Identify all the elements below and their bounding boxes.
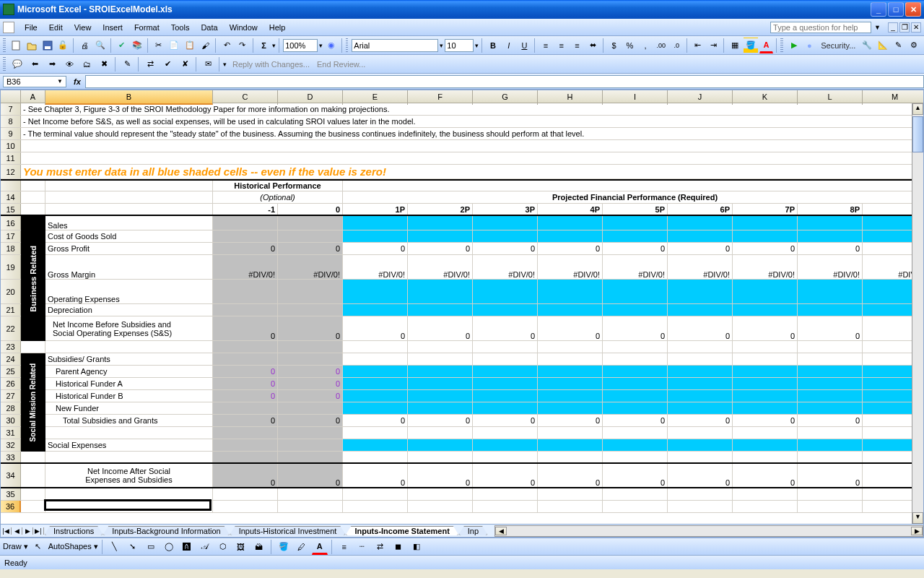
cell[interactable]: [473, 230, 538, 242]
menu-help[interactable]: Help: [263, 23, 292, 32]
cell[interactable]: [213, 230, 278, 242]
cell[interactable]: 0: [473, 464, 538, 487]
row-header-33[interactable]: 33: [1, 452, 21, 462]
arrow-style-button[interactable]: ⇄: [372, 539, 388, 555]
col-header-H[interactable]: H: [538, 90, 603, 105]
cell[interactable]: [473, 280, 538, 303]
sheet-tab-historical[interactable]: Inputs-Historical Investment: [230, 526, 346, 535]
cell[interactable]: [343, 304, 408, 316]
row-header-35[interactable]: 35: [1, 488, 21, 500]
cell[interactable]: #DIV/0!: [603, 255, 668, 279]
cell[interactable]: #DIV/0!: [473, 255, 538, 279]
cell-funder-b-label[interactable]: Historical Funder B: [45, 390, 213, 402]
col-header-G[interactable]: G: [473, 90, 538, 105]
cell[interactable]: #DIV/0!: [733, 255, 798, 279]
cell[interactable]: [473, 304, 538, 316]
cell-period-7P[interactable]: 7P: [733, 204, 798, 215]
row-header-13[interactable]: [1, 181, 21, 191]
close-button[interactable]: ✕: [905, 2, 921, 17]
row-header-23[interactable]: 23: [1, 341, 21, 353]
cell-note-7[interactable]: - See Chapter 3, Figure 3-3 of the SROI …: [21, 103, 923, 115]
cell-period-n1[interactable]: -1: [213, 204, 278, 215]
cell-period-4P[interactable]: 4P: [538, 204, 603, 215]
cell-grossprofit-label[interactable]: Gross Profit: [45, 243, 213, 254]
cell[interactable]: [343, 216, 408, 230]
cell[interactable]: 0: [473, 415, 538, 426]
prev-comment-button[interactable]: ⬅: [27, 56, 43, 72]
stop-button[interactable]: ●: [803, 38, 817, 53]
help-search-input[interactable]: [770, 22, 871, 33]
cell[interactable]: 0: [278, 243, 343, 254]
cell[interactable]: [733, 304, 798, 316]
font-dropdown-icon[interactable]: ▾: [440, 42, 443, 49]
autosum-button[interactable]: Σ: [257, 38, 271, 53]
decrease-indent-button[interactable]: ⇤: [691, 38, 705, 53]
toolbar-grip[interactable]: [3, 38, 6, 53]
cell-note-9[interactable]: - The terminal value should represent th…: [21, 128, 923, 139]
paste-button[interactable]: 📋: [183, 38, 197, 53]
copy-button[interactable]: 📄: [167, 38, 181, 53]
cell[interactable]: 0: [733, 415, 798, 426]
cell[interactable]: [45, 204, 213, 215]
cell[interactable]: 0: [538, 316, 603, 340]
cell[interactable]: [538, 230, 603, 242]
oval-button[interactable]: ◯: [161, 539, 177, 555]
cell-total-subsidies-label[interactable]: Total Subsidies and Grants: [45, 415, 213, 426]
col-header-M[interactable]: M: [863, 90, 924, 105]
menu-view[interactable]: View: [69, 23, 97, 32]
show-comment-button[interactable]: 👁: [61, 56, 77, 72]
cell-period-5P[interactable]: 5P: [603, 204, 668, 215]
end-review-button[interactable]: End Review...: [314, 60, 368, 69]
sheet-tab-truncated[interactable]: Inp: [458, 526, 488, 535]
borders-button[interactable]: ▦: [728, 38, 742, 53]
row-header-26[interactable]: 26: [1, 378, 21, 389]
cell[interactable]: 0: [603, 415, 668, 426]
increase-decimal-button[interactable]: .00: [654, 38, 668, 53]
cell[interactable]: #DIV/0!: [343, 255, 408, 279]
menu-insert[interactable]: Insert: [97, 23, 128, 32]
col-header-L[interactable]: L: [798, 90, 863, 105]
show-all-button[interactable]: 🗂: [79, 56, 95, 72]
font-size-combo[interactable]: [445, 39, 474, 52]
delete-comment-button[interactable]: ✖: [96, 56, 112, 72]
row-header-16[interactable]: 16: [1, 216, 21, 230]
cell[interactable]: [668, 230, 733, 242]
row-header-25[interactable]: 25: [1, 366, 21, 377]
row-header-12[interactable]: 12: [1, 165, 21, 178]
cell-note-8[interactable]: - Net Income before S&S, as well as soci…: [21, 116, 923, 127]
wordart-button[interactable]: 𝒜: [197, 539, 213, 555]
cell[interactable]: [408, 230, 473, 242]
save-button[interactable]: [40, 38, 55, 53]
cell[interactable]: 0: [538, 415, 603, 426]
cell[interactable]: #DIV/0!: [408, 255, 473, 279]
cell[interactable]: 0: [213, 390, 278, 402]
row-header-14[interactable]: 14: [1, 191, 21, 203]
cell[interactable]: 0: [798, 316, 863, 340]
cell[interactable]: 0: [408, 316, 473, 340]
cell[interactable]: 0: [343, 316, 408, 340]
cell[interactable]: [278, 280, 343, 303]
cell[interactable]: 0: [473, 316, 538, 340]
cell[interactable]: 0: [213, 415, 278, 426]
font-color-button[interactable]: A: [759, 38, 774, 53]
reply-changes-button[interactable]: Reply with Changes...: [230, 60, 313, 69]
print-preview-button[interactable]: 🔍: [93, 38, 108, 53]
cell-opex-label[interactable]: Operating Expenses: [45, 280, 213, 303]
row-header-11[interactable]: 11: [1, 152, 21, 164]
cell[interactable]: 0: [603, 243, 668, 254]
design-mode-icon[interactable]: ✎: [892, 38, 906, 53]
cell[interactable]: 0: [278, 366, 343, 377]
3d-button[interactable]: ◧: [409, 539, 424, 555]
cell-sales-label[interactable]: Sales: [45, 216, 213, 230]
cut-button[interactable]: ✂: [152, 38, 166, 53]
cell-cogs-label[interactable]: Cost of Goods Sold: [45, 230, 213, 242]
cell[interactable]: [538, 304, 603, 316]
cell-parent-agency-label[interactable]: Parent Agency: [45, 366, 213, 377]
doc-close-button[interactable]: ✕: [911, 22, 921, 33]
cell[interactable]: 0: [408, 415, 473, 426]
cell[interactable]: #DIV/0!: [538, 255, 603, 279]
row-header-22[interactable]: 22: [1, 316, 21, 340]
macro-security-icon[interactable]: 🔧: [860, 38, 874, 53]
help-dropdown-icon[interactable]: ▼: [874, 24, 881, 31]
row-header-30[interactable]: 30: [1, 415, 21, 426]
